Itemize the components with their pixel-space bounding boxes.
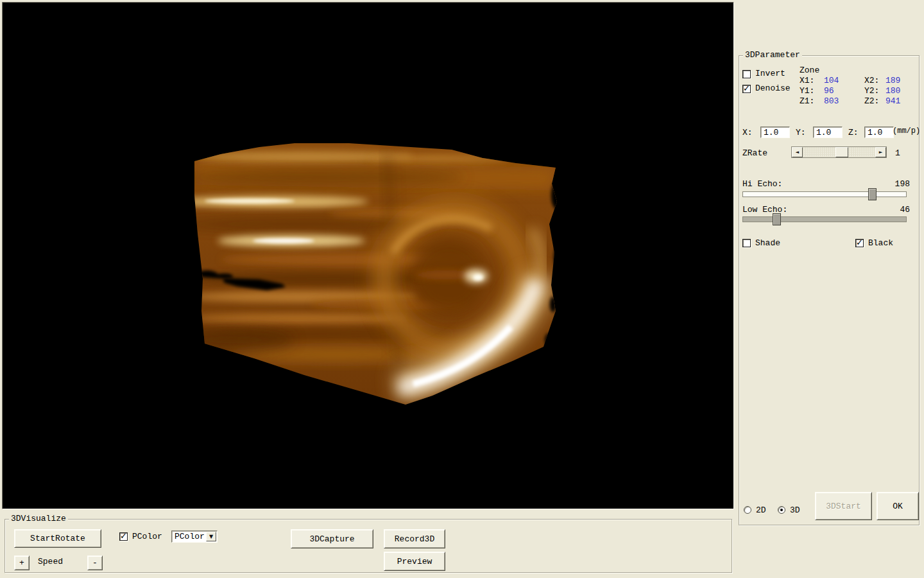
scale-x-input[interactable] (760, 127, 790, 138)
zone-y1-label: Y1: (800, 86, 814, 96)
pcolor-select-value: PColor (175, 532, 205, 541)
black-checkbox[interactable]: ✓ (855, 239, 864, 247)
group-3dvisualize: 3DVisualize StartRotate ✓ PColor PColor … (4, 519, 732, 573)
zone-x1-label: X1: (800, 76, 814, 85)
pcolor-checkbox[interactable]: ✓ (119, 532, 128, 541)
mode-2d-radio[interactable] (744, 506, 751, 514)
group-3dparameter: 3DParameter Invert ✓ Denoise Zone X1: 10… (739, 55, 920, 525)
invert-label: Invert (755, 69, 785, 78)
ultrasound-volume-render (3, 3, 733, 509)
zrate-scrollbar-thumb[interactable] (835, 147, 848, 157)
check-icon: ✓ (120, 531, 127, 541)
zone-z2-label: Z2: (864, 96, 879, 106)
scale-x-label: X: (742, 128, 753, 137)
ok-button[interactable]: OK (877, 492, 919, 520)
zone-x2-label: X2: (864, 76, 879, 85)
zrate-value: 1 (895, 148, 900, 158)
zone-z1-label: Z1: (800, 96, 814, 106)
hi-echo-slider-thumb[interactable] (868, 188, 877, 200)
chevron-down-icon[interactable]: ▼ (206, 532, 216, 541)
zone-y1-value: 96 (824, 86, 834, 96)
zone-x2-value: 189 (886, 76, 900, 85)
zone-y2-label: Y2: (864, 86, 879, 96)
speed-label: Speed (38, 557, 63, 566)
low-echo-slider-thumb[interactable] (773, 213, 781, 225)
denoise-checkbox[interactable]: ✓ (742, 85, 751, 93)
hi-echo-value: 198 (895, 179, 910, 189)
scale-y-input[interactable] (813, 127, 843, 138)
hi-echo-label: Hi Echo: (742, 179, 782, 189)
scale-z-input[interactable] (864, 127, 894, 138)
3dcapture-button[interactable]: 3DCapture (291, 529, 373, 548)
shade-checkbox[interactable] (742, 239, 751, 247)
record3d-button[interactable]: Record3D (384, 529, 445, 548)
black-label: Black (868, 238, 893, 248)
zrate-scroll-right-icon[interactable]: ► (875, 147, 886, 157)
speed-plus-button[interactable]: + (14, 556, 30, 570)
zone-z2-value: 941 (886, 96, 900, 106)
speed-minus-button[interactable]: - (87, 556, 103, 570)
3dstart-button[interactable]: 3DStart (815, 492, 872, 520)
mode-2d-label: 2D (756, 505, 766, 515)
mode-3d-radio[interactable] (778, 506, 785, 514)
hi-echo-slider-track[interactable] (742, 191, 907, 197)
zone-title: Zone (800, 66, 819, 75)
zrate-scrollbar[interactable]: ◄ ► (791, 146, 887, 158)
scale-unit-label: (mm/p) (893, 127, 920, 136)
pcolor-select[interactable]: PColor ▼ (171, 530, 218, 543)
mode-3d-label: 3D (790, 505, 800, 515)
group-3dvisualize-title: 3DVisualize (9, 514, 68, 524)
denoise-label: Denoise (755, 83, 791, 93)
check-icon: ✓ (743, 83, 750, 93)
group-3dparameter-title: 3DParameter (743, 50, 802, 60)
invert-checkbox[interactable] (742, 70, 751, 78)
low-echo-slider-track[interactable] (742, 216, 907, 222)
zrate-scroll-left-icon[interactable]: ◄ (792, 147, 803, 157)
preview-button[interactable]: Preview (384, 552, 445, 571)
zone-y2-value: 180 (886, 86, 900, 96)
zone-z1-value: 803 (824, 96, 839, 106)
render-viewport[interactable] (2, 2, 734, 509)
check-icon: ✓ (856, 238, 863, 247)
radio-dot-icon (780, 509, 783, 511)
zrate-label: ZRate (742, 148, 767, 158)
app-window: { "colors": { "window_bg": "#ece9d8", "v… (0, 0, 924, 578)
scale-y-label: Y: (796, 128, 806, 137)
start-rotate-button[interactable]: StartRotate (14, 529, 101, 548)
low-echo-value: 46 (900, 205, 910, 215)
shade-label: Shade (755, 238, 780, 248)
pcolor-label: PColor (132, 532, 162, 541)
scale-z-label: Z: (848, 128, 859, 137)
zone-x1-value: 104 (824, 76, 839, 85)
